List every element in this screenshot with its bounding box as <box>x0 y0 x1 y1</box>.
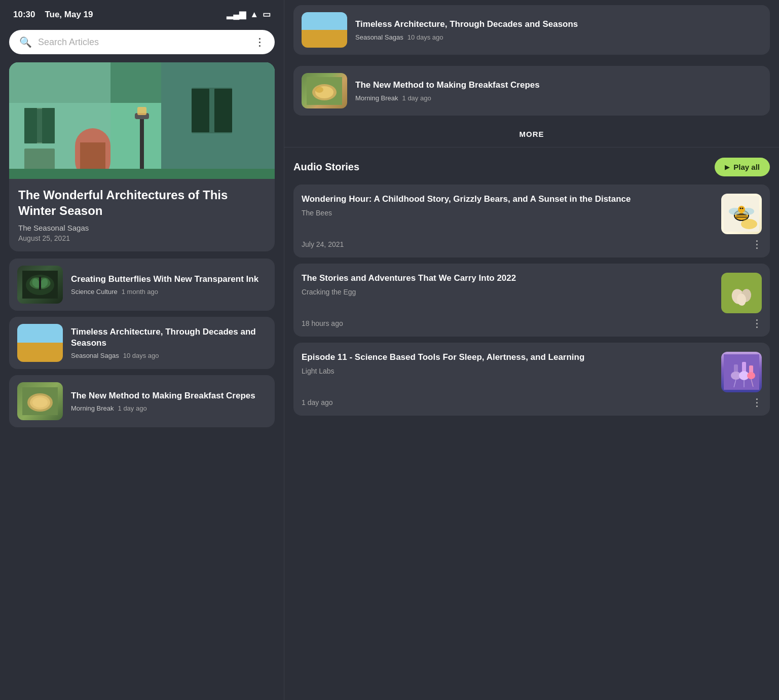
svg-rect-35 <box>736 216 747 218</box>
article-thumb-butterfly <box>17 266 63 304</box>
article-title-architecture: Timeless Architecture, Through Decades a… <box>71 326 267 349</box>
article-thumb-crepes <box>17 382 63 420</box>
status-bar: 10:30 Tue, May 19 ▂▄▆ ▲ ▭ <box>9 0 275 25</box>
audio-more-egg[interactable]: ⋮ <box>752 317 762 329</box>
svg-point-41 <box>741 219 757 229</box>
search-more-icon[interactable]: ⋮ <box>254 36 265 48</box>
audio-card-egg[interactable]: The Stories and Adventures That We Carry… <box>293 264 770 337</box>
audio-thumb-labs <box>721 352 762 392</box>
search-placeholder[interactable]: Search Articles <box>38 37 248 48</box>
audio-info-bees: Wondering Hour: A Childhood Story, Grizz… <box>302 194 714 223</box>
audio-title-labs: Episode 11 - Science Based Tools For Sle… <box>302 352 714 363</box>
search-bar[interactable]: 🔍 Search Articles ⋮ <box>9 30 275 54</box>
audio-header: Audio Stories ▶ Play all <box>293 158 770 176</box>
featured-image <box>9 62 275 179</box>
article-card-architecture[interactable]: Timeless Architecture, Through Decades a… <box>9 317 275 369</box>
left-panel: 10:30 Tue, May 19 ▂▄▆ ▲ ▭ 🔍 Search Artic… <box>0 0 284 700</box>
featured-info: The Wonderful Architectures of This Wint… <box>9 179 275 251</box>
audio-thumb-egg <box>721 273 762 313</box>
audio-more-labs[interactable]: ⋮ <box>752 396 762 409</box>
audio-date-bees: July 24, 2021 <box>302 240 344 248</box>
right-panel: Timeless Architecture, Through Decades a… <box>284 0 779 700</box>
right-thumb-crepes <box>302 73 347 108</box>
svg-rect-6 <box>24 108 37 143</box>
audio-title-egg: The Stories and Adventures That We Carry… <box>302 273 714 284</box>
featured-date: August 25, 2021 <box>18 234 266 242</box>
status-time-date: 10:30 Tue, May 19 <box>13 10 93 20</box>
right-info-architecture: Timeless Architecture, Through Decades a… <box>355 19 762 41</box>
wifi-icon: ▲ <box>250 10 258 20</box>
audio-date-egg: 18 hours ago <box>302 319 343 327</box>
audio-thumb-bees <box>721 194 762 234</box>
article-card-crepes[interactable]: The New Method to Making Breakfast Crepe… <box>9 375 275 427</box>
featured-title: The Wonderful Architectures of This Wint… <box>18 187 266 218</box>
audio-card-bees[interactable]: Wondering Hour: A Childhood Story, Grizz… <box>293 185 770 257</box>
status-icons: ▂▄▆ ▲ ▭ <box>227 9 271 20</box>
more-button[interactable]: MORE <box>520 130 544 138</box>
article-info-crepes: The New Method to Making Breakfast Crepe… <box>71 390 267 412</box>
svg-rect-7 <box>42 108 55 143</box>
article-meta-architecture: Seasonal Sagas 10 days ago <box>71 352 267 359</box>
featured-article-card[interactable]: The Wonderful Architectures of This Wint… <box>9 62 275 251</box>
audio-source-egg: Cracking the Egg <box>302 288 714 296</box>
signal-icon: ▂▄▆ <box>227 9 246 20</box>
audio-date-row-bees: July 24, 2021 ⋮ <box>302 238 762 250</box>
svg-point-30 <box>315 87 323 93</box>
svg-point-26 <box>32 397 48 408</box>
audio-card-labs[interactable]: Episode 11 - Science Based Tools For Sle… <box>293 343 770 416</box>
audio-stories-section: Audio Stories ▶ Play all Wondering Hour:… <box>284 148 779 422</box>
svg-point-40 <box>742 208 744 209</box>
battery-icon: ▭ <box>263 9 271 20</box>
play-icon: ▶ <box>725 164 729 171</box>
status-time: 10:30 <box>13 10 35 19</box>
article-card-butterfly[interactable]: Creating Butterflies With New Transparen… <box>9 259 275 311</box>
article-thumb-architecture <box>17 324 63 362</box>
svg-rect-22 <box>39 277 41 290</box>
svg-point-39 <box>740 208 741 209</box>
article-meta-butterfly: Science Culture 1 month ago <box>71 288 267 296</box>
svg-rect-14 <box>192 89 209 132</box>
right-meta-architecture: Seasonal Sagas 10 days ago <box>355 33 762 41</box>
status-date: Tue, May 19 <box>45 10 93 19</box>
right-info-crepes: The New Method to Making Breakfast Crepe… <box>355 80 762 101</box>
article-title-butterfly: Creating Butterflies With New Transparen… <box>71 274 267 285</box>
right-title-architecture: Timeless Architecture, Through Decades a… <box>355 19 762 30</box>
article-meta-crepes: Morning Break 1 day ago <box>71 404 267 412</box>
audio-date-row-egg: 18 hours ago ⋮ <box>302 317 762 329</box>
article-info-butterfly: Creating Butterflies With New Transparen… <box>71 274 267 296</box>
audio-source-labs: Light Labs <box>302 367 714 375</box>
search-icon: 🔍 <box>19 36 32 48</box>
right-title-crepes: The New Method to Making Breakfast Crepe… <box>355 80 762 91</box>
right-article-card-crepes[interactable]: The New Method to Making Breakfast Crepe… <box>293 66 770 116</box>
audio-section-title: Audio Stories <box>293 161 359 173</box>
more-button-wrap[interactable]: MORE <box>284 122 779 148</box>
play-all-label: Play all <box>733 163 760 171</box>
audio-title-bees: Wondering Hour: A Childhood Story, Grizz… <box>302 194 714 205</box>
article-info-architecture: Timeless Architecture, Through Decades a… <box>71 326 267 359</box>
svg-rect-15 <box>214 89 232 132</box>
right-meta-crepes: Morning Break 1 day ago <box>355 94 762 102</box>
article-title-crepes: The New Method to Making Breakfast Crepe… <box>71 390 267 401</box>
audio-source-bees: The Bees <box>302 209 714 217</box>
audio-info-egg: The Stories and Adventures That We Carry… <box>302 273 714 302</box>
play-all-button[interactable]: ▶ Play all <box>715 158 770 176</box>
featured-source: The Seasonal Sagas <box>18 224 266 232</box>
audio-date-row-labs: 1 day ago ⋮ <box>302 396 762 409</box>
svg-point-38 <box>738 206 745 213</box>
svg-rect-19 <box>9 169 275 179</box>
svg-rect-18 <box>137 107 146 115</box>
right-article-card-architecture[interactable]: Timeless Architecture, Through Decades a… <box>293 5 770 55</box>
right-thumb-architecture <box>302 12 347 48</box>
svg-point-52 <box>747 372 755 379</box>
audio-date-labs: 1 day ago <box>302 398 333 407</box>
audio-more-bees[interactable]: ⋮ <box>752 238 762 250</box>
audio-info-labs: Episode 11 - Science Based Tools For Sle… <box>302 352 714 381</box>
